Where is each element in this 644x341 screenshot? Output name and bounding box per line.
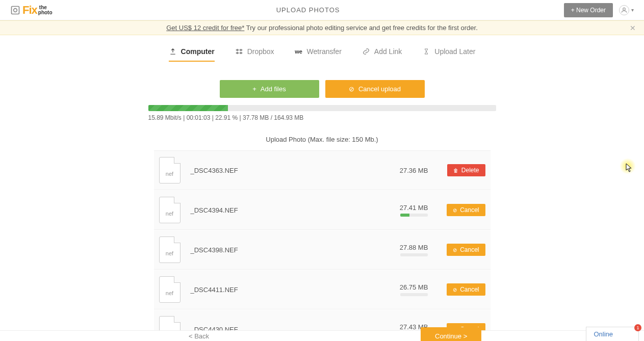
action-label: Cancel xyxy=(460,246,479,253)
action-label: Cancel xyxy=(460,286,479,293)
file-icon: nef xyxy=(159,157,181,183)
file-size: 27.41 MB xyxy=(389,204,440,212)
avatar-icon xyxy=(619,5,629,15)
promo-text: Try our professional photo editing servi… xyxy=(244,24,477,32)
continue-button[interactable]: Continue > xyxy=(421,327,481,342)
file-row: nef _DSC4411.NEF 26.75 MB ⊘ Cancel xyxy=(154,270,491,309)
file-ext: nef xyxy=(166,250,173,256)
cancel-icon: ⊘ xyxy=(349,85,354,93)
upload-tabs: Computer Dropbox we Wetransfer Add Link … xyxy=(0,47,644,62)
cancel-button[interactable]: ⊘ Cancel xyxy=(447,283,485,296)
trash-icon: 🗑 xyxy=(453,168,458,173)
cancel-upload-label: Cancel upload xyxy=(358,85,401,93)
file-name: _DSC4411.NEF xyxy=(191,286,389,294)
file-ext: nef xyxy=(166,290,173,296)
tab-computer[interactable]: Computer xyxy=(169,47,215,62)
chat-badge: 1 xyxy=(634,324,641,331)
file-row: nef _DSC4363.NEF 27.36 MB 🗑 Delete xyxy=(154,150,491,190)
add-files-button[interactable]: + Add files xyxy=(220,80,319,98)
file-size: 26.75 MB xyxy=(389,283,440,291)
file-ext: nef xyxy=(166,171,173,177)
file-icon: nef xyxy=(159,197,181,223)
file-name: _DSC4394.NEF xyxy=(191,206,389,214)
cancel-icon: ⊘ xyxy=(453,247,457,253)
upload-icon xyxy=(169,47,177,56)
mini-progress xyxy=(400,253,428,256)
cancel-button[interactable]: ⊘ Cancel xyxy=(447,204,485,216)
file-icon: nef xyxy=(159,276,181,303)
tab-add-link[interactable]: Add Link xyxy=(362,47,402,62)
action-label: Cancel xyxy=(460,206,479,214)
file-list: nef _DSC4363.NEF 27.36 MB 🗑 Delete nef _… xyxy=(154,150,491,341)
file-row: nef _DSC4394.NEF 27.41 MB ⊘ Cancel xyxy=(154,191,491,230)
cursor-highlight xyxy=(620,158,636,174)
delete-button[interactable]: 🗑 Delete xyxy=(447,164,485,176)
cancel-upload-button[interactable]: ⊘ Cancel upload xyxy=(325,80,425,98)
header: Fix the photo UPLOAD PHOTOS + New Order … xyxy=(0,0,644,20)
progress-fill xyxy=(148,105,228,111)
action-label: Delete xyxy=(461,167,479,174)
cursor-icon xyxy=(626,163,633,174)
tab-dropbox[interactable]: Dropbox xyxy=(235,47,274,62)
tab-label: Add Link xyxy=(374,47,402,56)
upload-caption: Upload Photo (Max. file size: 150 Mb.) xyxy=(0,136,644,143)
promo-link[interactable]: Get US$ 12 credit for free* xyxy=(166,24,244,32)
hourglass-icon xyxy=(422,47,430,56)
mini-progress xyxy=(400,214,428,217)
mini-progress-fill xyxy=(400,214,410,217)
cancel-icon: ⊘ xyxy=(453,207,457,213)
new-order-button[interactable]: + New Order xyxy=(564,3,613,17)
add-files-label: Add files xyxy=(261,85,286,93)
file-size: 27.88 MB xyxy=(389,244,440,251)
tab-wetransfer[interactable]: we Wetransfer xyxy=(295,47,342,62)
mini-progress xyxy=(400,293,428,296)
file-size: 27.36 MB xyxy=(389,167,440,174)
overall-progress: 15.89 Mbit/s | 00:01:03 | 22.91 % | 37.7… xyxy=(148,105,496,121)
file-icon: nef xyxy=(159,237,181,263)
wetransfer-icon: we xyxy=(295,47,303,56)
promo-bar: Get US$ 12 credit for free* Try our prof… xyxy=(0,20,644,35)
chat-widget[interactable]: Online 1 xyxy=(586,327,639,341)
svg-rect-0 xyxy=(12,6,19,14)
chat-label: Online xyxy=(594,330,613,338)
tab-label: Computer xyxy=(181,47,215,56)
link-icon xyxy=(362,47,370,56)
file-ext: nef xyxy=(166,211,173,217)
tab-label: Dropbox xyxy=(247,47,274,56)
logo-icon xyxy=(10,5,20,15)
logo[interactable]: Fix the photo xyxy=(10,4,53,17)
tab-label: Upload Later xyxy=(434,47,475,56)
cancel-button[interactable]: ⊘ Cancel xyxy=(447,244,485,256)
file-row: nef _DSC4398.NEF 27.88 MB ⊘ Cancel xyxy=(154,230,491,270)
progress-bar xyxy=(148,105,496,111)
svg-point-1 xyxy=(14,8,17,12)
logo-text-photo: photo xyxy=(38,10,53,15)
close-icon[interactable]: ✕ xyxy=(630,24,636,32)
tab-label: Wetransfer xyxy=(307,47,342,56)
dropbox-icon xyxy=(235,47,243,56)
back-link[interactable]: < Back xyxy=(189,332,209,340)
footer: < Back Continue > xyxy=(0,330,644,341)
action-buttons: + Add files ⊘ Cancel upload xyxy=(0,80,644,98)
tab-upload-later[interactable]: Upload Later xyxy=(422,47,475,62)
svg-point-2 xyxy=(623,8,626,10)
progress-text: 15.89 Mbit/s | 00:01:03 | 22.91 % | 37.7… xyxy=(148,114,496,121)
file-name: _DSC4398.NEF xyxy=(191,246,389,254)
file-name: _DSC4363.NEF xyxy=(191,167,389,174)
logo-text-fix: Fix xyxy=(22,4,37,17)
cancel-icon: ⊘ xyxy=(453,287,457,293)
chevron-down-icon: ▾ xyxy=(631,7,634,13)
page-title: UPLOAD PHOTOS xyxy=(276,6,340,14)
user-menu[interactable]: ▾ xyxy=(619,5,634,15)
plus-icon: + xyxy=(252,85,256,93)
logo-text-the: the xyxy=(39,5,53,10)
